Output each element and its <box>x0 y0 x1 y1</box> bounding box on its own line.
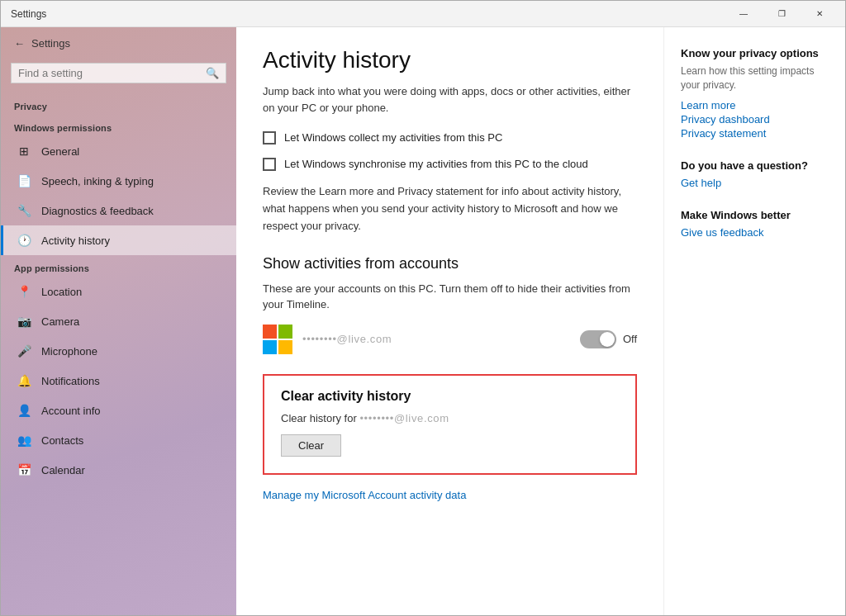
question-section: Do you have a question? Get help <box>681 159 829 189</box>
sidebar: ← Settings 🔍 Privacy Windows permissions… <box>1 27 236 615</box>
sidebar-item-location-label: Location <box>41 286 82 298</box>
microphone-icon: 🎤 <box>17 344 31 358</box>
page-title: Activity history <box>263 47 637 73</box>
sidebar-item-activity[interactable]: 🕐 Activity history <box>1 225 236 255</box>
know-privacy-title: Know your privacy options <box>681 47 829 59</box>
account-email: ••••••••@live.com <box>302 333 570 345</box>
back-button[interactable]: ← Settings <box>1 27 236 59</box>
sidebar-item-microphone[interactable]: 🎤 Microphone <box>1 336 236 366</box>
close-button[interactable]: ✕ <box>801 1 839 27</box>
privacy-statement-link[interactable]: Privacy statement <box>681 127 829 140</box>
title-bar-controls: — ❐ ✕ <box>725 1 839 27</box>
know-privacy-section: Know your privacy options Learn how this… <box>681 47 829 140</box>
sidebar-item-calendar-label: Calendar <box>41 464 85 476</box>
search-input[interactable] <box>18 67 206 79</box>
page-subtitle: Jump back into what you were doing with … <box>263 83 637 116</box>
sidebar-item-general[interactable]: ⊞ General <box>1 136 236 166</box>
better-title: Make Windows better <box>681 209 829 221</box>
checkbox1-row: Let Windows collect my activities from t… <box>263 130 637 145</box>
back-icon: ← <box>14 37 25 50</box>
sidebar-item-activity-label: Activity history <box>41 235 110 247</box>
sidebar-item-contacts-label: Contacts <box>41 434 83 447</box>
back-label: Settings <box>31 37 70 50</box>
clear-desc: Clear history for ••••••••@live.com <box>281 412 619 424</box>
windows-permissions-title: Windows permissions <box>1 115 236 136</box>
learn-more-link[interactable]: Learn more <box>681 99 829 111</box>
account-toggle[interactable] <box>580 330 616 348</box>
sidebar-item-contacts[interactable]: 👥 Contacts <box>1 425 236 455</box>
title-bar-left: Settings <box>11 8 46 20</box>
review-text: Review the Learn more and Privacy statem… <box>263 183 637 235</box>
settings-window: Settings — ❐ ✕ ← Settings 🔍 Privacy Wind… <box>0 0 846 616</box>
content-area: ← Settings 🔍 Privacy Windows permissions… <box>1 27 845 615</box>
right-panel: Know your privacy options Learn how this… <box>663 27 845 615</box>
ms-logo-green <box>278 325 292 339</box>
sidebar-item-speech-label: Speech, inking & typing <box>41 175 154 187</box>
manage-link[interactable]: Manage my Microsoft Account activity dat… <box>263 489 466 501</box>
camera-icon: 📷 <box>17 314 31 329</box>
sidebar-item-location[interactable]: 📍 Location <box>1 277 236 306</box>
speech-icon: 📄 <box>17 173 31 188</box>
account-row: ••••••••@live.com Off <box>263 325 637 354</box>
toggle-container: Off <box>580 330 637 348</box>
diagnostics-icon: 🔧 <box>17 203 31 218</box>
checkbox1-label: Let Windows collect my activities from t… <box>284 130 502 145</box>
title-bar-title: Settings <box>11 8 46 20</box>
clear-button[interactable]: Clear <box>281 434 341 457</box>
sidebar-item-account-label: Account info <box>41 405 101 417</box>
get-help-link[interactable]: Get help <box>681 177 829 189</box>
accounts-desc: These are your accounts on this PC. Turn… <box>263 281 637 313</box>
sidebar-item-diagnostics-label: Diagnostics & feedback <box>41 205 154 217</box>
clear-title: Clear activity history <box>281 389 619 404</box>
location-icon: 📍 <box>17 284 31 299</box>
sidebar-item-notifications[interactable]: 🔔 Notifications <box>1 366 236 396</box>
app-permissions-title: App permissions <box>1 255 236 277</box>
sidebar-item-notifications-label: Notifications <box>41 375 100 387</box>
ms-logo <box>263 325 292 354</box>
sidebar-item-microphone-label: Microphone <box>41 345 97 358</box>
show-activities-heading: Show activities from accounts <box>263 255 637 272</box>
title-bar: Settings — ❐ ✕ <box>1 1 845 27</box>
notifications-icon: 🔔 <box>17 373 31 388</box>
account-icon: 👤 <box>17 403 31 418</box>
clear-email: ••••••••@live.com <box>359 412 449 424</box>
sidebar-item-general-label: General <box>41 145 79 158</box>
main-panel: Activity history Jump back into what you… <box>236 27 663 615</box>
sidebar-item-diagnostics[interactable]: 🔧 Diagnostics & feedback <box>1 196 236 225</box>
privacy-section-title: Privacy <box>1 93 236 115</box>
checkbox2-row: Let Windows synchronise my activities fr… <box>263 157 637 172</box>
sidebar-item-account[interactable]: 👤 Account info <box>1 396 236 425</box>
toggle-knob <box>600 332 615 347</box>
privacy-dashboard-link[interactable]: Privacy dashboard <box>681 113 829 126</box>
better-section: Make Windows better Give us feedback <box>681 209 829 239</box>
clear-activity-box: Clear activity history Clear history for… <box>263 374 637 475</box>
checkbox1[interactable] <box>263 131 276 145</box>
clear-desc-prefix: Clear history for <box>281 412 357 424</box>
search-container[interactable]: 🔍 <box>11 63 226 83</box>
feedback-link[interactable]: Give us feedback <box>681 226 829 239</box>
calendar-icon: 📅 <box>17 462 31 477</box>
checkbox2-label: Let Windows synchronise my activities fr… <box>284 157 588 172</box>
checkbox2[interactable] <box>263 158 276 171</box>
ms-logo-yellow <box>278 340 292 354</box>
sidebar-item-camera-label: Camera <box>41 315 79 328</box>
search-icon: 🔍 <box>206 67 219 79</box>
sidebar-item-speech[interactable]: 📄 Speech, inking & typing <box>1 166 236 196</box>
maximize-button[interactable]: ❐ <box>763 1 801 27</box>
know-privacy-desc: Learn how this setting impacts your priv… <box>681 64 829 92</box>
ms-logo-blue <box>263 340 277 354</box>
toggle-label: Off <box>623 333 637 345</box>
general-icon: ⊞ <box>17 144 31 159</box>
minimize-button[interactable]: — <box>725 1 763 27</box>
question-title: Do you have a question? <box>681 159 829 172</box>
sidebar-item-calendar[interactable]: 📅 Calendar <box>1 455 236 485</box>
contacts-icon: 👥 <box>17 433 31 448</box>
sidebar-item-camera[interactable]: 📷 Camera <box>1 306 236 336</box>
ms-logo-red <box>263 325 277 339</box>
activity-icon: 🕐 <box>17 233 31 248</box>
